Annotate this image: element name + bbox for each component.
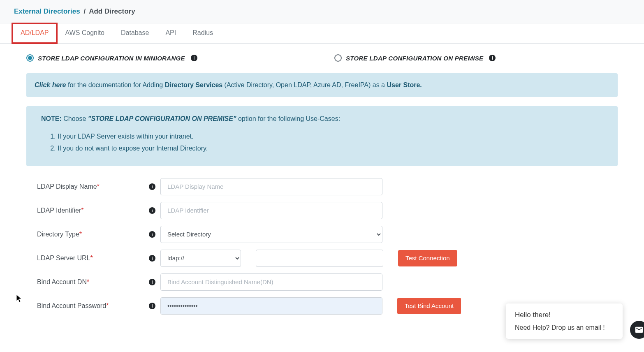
label-ldap-identifier: LDAP Identifier* <box>37 207 84 214</box>
doc-directory-services: Directory Services <box>165 81 223 88</box>
note-item-2: If you do not want to expose your Intern… <box>58 143 603 155</box>
radio-label-onpremise: STORE LDAP CONFIGURATION ON PREMISE <box>346 55 483 62</box>
doc-user-store: User Store. <box>387 81 422 88</box>
doc-text-1: for the documentation for Adding <box>66 81 164 88</box>
info-icon[interactable]: i <box>489 55 496 61</box>
info-icon[interactable]: i <box>149 231 155 238</box>
input-bind-account-dn[interactable] <box>160 273 382 291</box>
main-content: STORE LDAP CONFIGURATION IN MINIORANGE i… <box>0 44 644 337</box>
tab-radius[interactable]: Radius <box>184 23 221 43</box>
chat-greeting: Hello there! <box>515 311 614 319</box>
info-icon[interactable]: i <box>191 55 197 61</box>
test-bind-account-button[interactable]: Test Bind Account <box>397 298 461 314</box>
label-bind-account-dn: Bind Account DN* <box>37 278 89 286</box>
storage-radio-group: STORE LDAP CONFIGURATION IN MINIORANGE i… <box>26 54 618 62</box>
row-directory-type: Directory Type* i Select Directory <box>37 225 607 243</box>
row-ldap-identifier: LDAP Identifier* i <box>37 201 607 220</box>
breadcrumb-current: Add Directory <box>89 7 135 15</box>
radio-store-onpremise[interactable]: STORE LDAP CONFIGURATION ON PREMISE i <box>334 54 618 62</box>
input-ldap-display-name[interactable] <box>160 178 382 195</box>
radio-icon-unselected <box>334 54 342 62</box>
note-item-1: If your LDAP Server exists within your i… <box>58 131 603 143</box>
breadcrumb-separator: / <box>83 7 86 15</box>
tab-bar: AD/LDAP AWS Cognito Database API Radius <box>0 23 644 44</box>
mail-icon <box>635 325 644 334</box>
info-icon[interactable]: i <box>149 303 155 309</box>
radio-label-miniorange: STORE LDAP CONFIGURATION IN MINIORANGE <box>38 55 185 62</box>
radio-icon-selected <box>26 54 34 62</box>
tab-aws-cognito[interactable]: AWS Cognito <box>57 23 112 43</box>
row-ldap-server-url: LDAP Server URL* i ldap:// Test Connecti… <box>37 249 607 267</box>
radio-store-miniorange[interactable]: STORE LDAP CONFIGURATION IN MINIORANGE i <box>26 54 310 62</box>
note-choose: Choose <box>62 115 88 122</box>
note-box: NOTE: Choose "STORE LDAP CONFIGURATION O… <box>26 106 618 166</box>
note-quote: "STORE LDAP CONFIGURATION ON PREMISE" <box>88 115 236 122</box>
info-icon[interactable]: i <box>149 183 155 190</box>
select-ldap-protocol[interactable]: ldap:// <box>160 250 241 267</box>
label-directory-type: Directory Type* <box>37 231 82 238</box>
documentation-info-box: Click here for the documentation for Add… <box>26 73 618 97</box>
input-ldap-server-host[interactable] <box>256 250 383 267</box>
note-label: NOTE: <box>41 115 62 122</box>
chat-help-widget[interactable]: Hello there! Need Help? Drop us an email… <box>506 303 623 337</box>
label-ldap-display-name: LDAP Display Name* <box>37 183 100 190</box>
info-icon[interactable]: i <box>149 279 155 285</box>
breadcrumb: External Directories / Add Directory <box>14 7 630 16</box>
label-ldap-server-url: LDAP Server URL* <box>37 255 93 262</box>
note-list: If your LDAP Server exists within your i… <box>58 131 603 155</box>
tab-adldap[interactable]: AD/LDAP <box>12 23 57 43</box>
note-tail: option for the following Use-Cases: <box>236 115 341 122</box>
test-connection-button[interactable]: Test Connection <box>398 250 457 266</box>
doc-text-2: (Active Directory, Open LDAP, Azure AD, … <box>222 81 387 88</box>
info-icon[interactable]: i <box>149 207 155 214</box>
label-bind-account-password: Bind Account Password* <box>37 302 109 310</box>
input-ldap-identifier[interactable] <box>160 202 382 219</box>
info-icon[interactable]: i <box>149 255 155 262</box>
tab-database[interactable]: Database <box>113 23 158 43</box>
page-header: External Directories / Add Directory <box>0 0 644 23</box>
ldap-form: LDAP Display Name* i LDAP Identifier* i … <box>26 178 618 315</box>
row-bind-account-dn: Bind Account DN* i <box>37 273 607 291</box>
tab-api[interactable]: API <box>157 23 184 43</box>
select-directory-type[interactable]: Select Directory <box>160 226 382 243</box>
chat-help-text: Need Help? Drop us an email ! <box>515 324 614 331</box>
breadcrumb-parent-link[interactable]: External Directories <box>14 7 80 15</box>
click-here-link[interactable]: Click here <box>35 81 66 88</box>
input-bind-account-password[interactable] <box>160 297 382 315</box>
chat-bubble-icon[interactable] <box>630 321 644 337</box>
row-ldap-display-name: LDAP Display Name* i <box>37 178 607 196</box>
